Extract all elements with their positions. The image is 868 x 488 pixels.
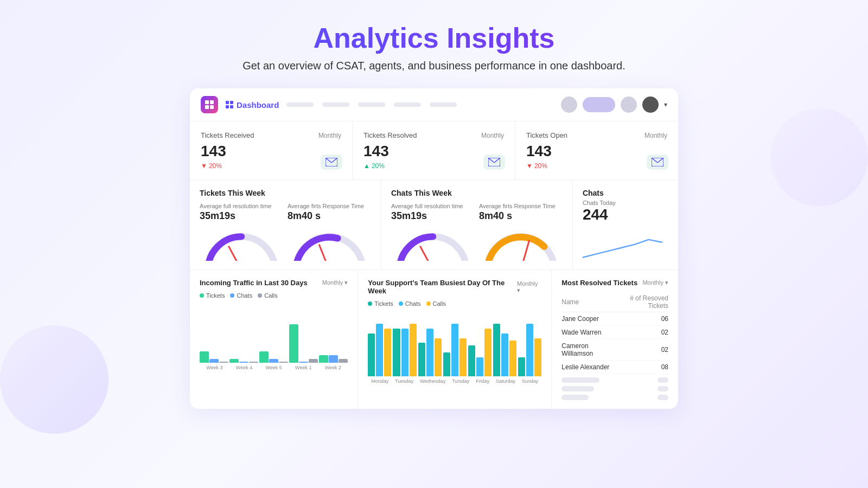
resolved-row: Leslie Alexander08 [561,361,668,374]
stat-icon-resolved [483,155,505,170]
stat-period-resolved[interactable]: Monthly [481,132,504,139]
skeleton-row-2 [561,386,668,391]
busiest-bar-chats-4 [476,357,483,376]
traffic-period[interactable]: Monthly ▾ [322,279,348,286]
resolved-row: Jane Cooper06 [561,312,668,326]
busiest-dot-tickets [368,301,372,306]
nav-avatar-active[interactable] [583,97,615,112]
busiest-legend-tickets: Tickets [368,300,393,307]
middle-row: Tickets This Week Average full resolutio… [190,180,678,270]
svg-line-17 [229,247,241,261]
svg-line-10 [331,158,337,163]
traffic-bar-tickets-1 [229,359,239,363]
resolved-period[interactable]: Monthly ▾ [642,279,668,286]
svg-rect-1 [210,100,214,104]
page-title: Analytics Insights [242,22,626,54]
stat-change-pct-open: 20% [534,162,547,170]
stat-value-resolved: 143 [363,143,504,160]
skeleton-bar-1 [561,377,599,383]
nav-chevron-icon[interactable]: ▾ [664,101,667,108]
stat-change-pct-received: 20% [209,162,222,170]
busiest-bar-calls-3 [459,338,467,376]
skeleton-bar-2 [561,386,594,391]
bg-decoration-left [0,325,108,434]
busiest-bar-calls-5 [509,341,516,376]
busiest-bar-calls-2 [435,338,442,376]
traffic-week-label-1: Week 4 [236,365,252,370]
busiest-label-tickets: Tickets [374,300,393,307]
traffic-bar-chats-1 [239,362,248,363]
legend-dot-tickets [200,293,204,298]
nav-dashboard-label: Dashboard [237,100,279,110]
svg-line-16 [658,158,663,163]
busiest-title: Your Support's Team Busiest Day Of The W… [368,279,517,295]
skeleton-dot-3 [658,395,668,400]
traffic-bar-chats-0 [209,359,219,363]
legend-label-calls: Calls [264,292,277,299]
chats-this-week-card: Chats This Week Average full resolution … [381,180,573,269]
resolved-row: Wade Warren02 [561,326,668,339]
traffic-week-label-4: Week 2 [325,365,341,370]
svg-rect-0 [205,100,209,104]
busiest-day-label-0: Monday [371,378,388,384]
busiest-bar-chats-6 [526,324,533,376]
skeleton-dot-1 [658,377,668,383]
busiest-bar-tickets-6 [518,357,525,376]
tickets-avg-res-label: Average full resolution time [200,203,283,209]
nav-divider-3 [358,102,385,107]
busiest-dot-calls [426,301,431,306]
resolved-row-name: Jane Cooper [561,312,615,326]
chats-sparkline [583,228,668,255]
stat-label-resolved: Tickets Resolved [363,131,417,139]
stat-period-received[interactable]: Monthly [318,132,341,139]
skeleton-row-1 [561,377,668,383]
resolved-row-name: Cameron Williamson [561,339,615,361]
stat-change-pct-resolved: 20% [372,162,385,170]
stat-card-tickets-resolved: Tickets Resolved Monthly 143 ▲ 20% [353,121,515,179]
busiest-label-calls: Calls [433,300,446,307]
stat-card-tickets-open: Tickets Open Monthly 143 ▼ 20% [515,121,678,179]
stat-period-open[interactable]: Monthly [644,132,667,139]
busiest-period[interactable]: Monthly ▾ [517,280,541,294]
svg-line-20 [319,245,329,261]
busiest-bar-tickets-2 [418,343,425,376]
page-header: Analytics Insights Get an overview of CS… [242,22,626,72]
traffic-bar-tickets-2 [259,351,269,363]
tickets-avg-res-value: 35m19s [200,210,283,222]
tickets-gauge-1: 0 100 [200,228,283,261]
busiest-bar-calls-0 [384,329,391,376]
nav-avatar-dark[interactable] [642,97,659,113]
nav-logo [201,96,218,113]
resolved-row: Cameron Williamson02 [561,339,668,361]
traffic-bar-calls-3 [309,359,318,363]
tickets-week-title: Tickets This Week [200,189,371,197]
busiest-legend-calls: Calls [426,300,446,307]
svg-rect-7 [230,105,233,108]
svg-rect-6 [226,105,229,108]
traffic-bar-calls-4 [339,359,348,363]
svg-line-26 [521,241,529,261]
resolved-row-tickets: 08 [615,361,668,374]
traffic-week-label-3: Week 1 [295,365,311,370]
busiest-bar-tickets-3 [443,352,450,376]
busiest-bar-chats-0 [376,324,383,376]
stat-change-arrow-open: ▼ [526,162,533,170]
busiest-legend: Tickets Chats Calls [368,300,541,307]
traffic-title: Incoming Traffic in Last 30 Days [200,279,308,287]
resolved-title: Most Resolved Tickets [561,279,637,287]
traffic-bar-calls-2 [279,362,288,363]
busiest-day-label-6: Sunday [522,378,539,384]
resolved-row-tickets: 02 [615,339,668,361]
stat-card-tickets-received: Tickets Received Monthly 143 ▼ 20% [190,121,353,179]
legend-dot-calls [258,293,262,298]
legend-dot-chats [230,293,234,298]
traffic-bar-calls-0 [219,362,228,363]
resolved-row-name: Leslie Alexander [561,361,615,374]
busiest-day-label-3: Tursday [452,378,469,384]
tickets-this-week-card: Tickets This Week Average full resolutio… [190,180,381,269]
chats-avg-resp-label: Average firts Response Time [479,203,563,209]
nav-dashboard-item[interactable]: Dashboard [226,100,279,110]
chats-today-label: Chats Today [583,200,668,206]
busiest-bar-tickets-4 [468,345,475,376]
traffic-week-label-0: Week 3 [206,365,222,370]
